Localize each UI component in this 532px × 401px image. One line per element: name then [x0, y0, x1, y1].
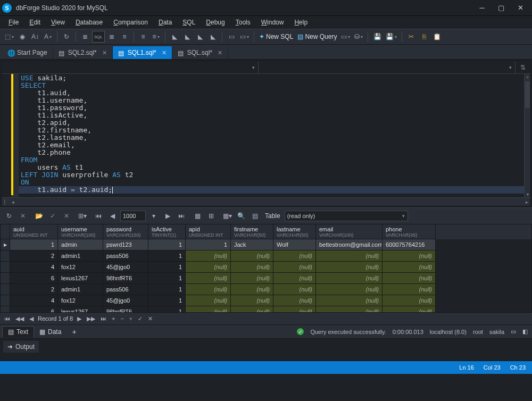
nav-cancel-icon[interactable]: ✕	[147, 315, 154, 322]
status-panel-icon[interactable]: ▭	[511, 328, 516, 335]
cell[interactable]: 98hnfRT6	[103, 306, 148, 312]
nav-prev-icon[interactable]: ◀	[28, 315, 35, 322]
menu-edit[interactable]: Edit	[25, 18, 45, 27]
code-line[interactable]: t1.isActive,	[21, 112, 522, 119]
row-handle[interactable]	[1, 295, 10, 306]
cell[interactable]: 2	[10, 250, 58, 262]
cell[interactable]: (null)	[273, 284, 316, 295]
column-phone[interactable]: phoneVARCHAR(45)	[383, 224, 436, 239]
cell[interactable]: (null)	[186, 250, 231, 262]
page-size-input[interactable]	[120, 211, 146, 221]
table-row[interactable]: 4fox1245@jgo01(null)(null)(null)(null)(n…	[1, 295, 531, 306]
cell[interactable]: (null)	[231, 250, 273, 262]
folder-icon[interactable]: ▭▾	[339, 31, 352, 43]
cell[interactable]: 1	[148, 284, 186, 295]
cell[interactable]: 1	[148, 239, 186, 250]
breakpoint-margin[interactable]	[2, 74, 11, 197]
nav-prev-page-icon[interactable]: ◀◀	[14, 315, 25, 322]
grid-options-icon[interactable]: ⊞▾	[77, 210, 88, 222]
nav-last-icon[interactable]: ⏭	[99, 315, 107, 322]
menu-comparison[interactable]: Comparison	[109, 18, 152, 27]
cell[interactable]: (null)	[186, 273, 231, 284]
row-handle[interactable]	[1, 306, 10, 312]
db-icon[interactable]: ⛁▾	[353, 31, 364, 43]
cell[interactable]: 45@jgo0	[103, 262, 148, 273]
cell[interactable]: (null)	[383, 250, 436, 262]
save-icon[interactable]: 💾	[371, 31, 383, 43]
tab-sql1sql[interactable]: ▤SQL1.sql*✕	[113, 46, 172, 59]
scroll-right-icon[interactable]: ▸	[523, 198, 530, 206]
menu-data[interactable]: Data	[154, 18, 176, 27]
cell[interactable]: (null)	[186, 262, 231, 273]
output-tab[interactable]: ➜Output	[3, 341, 39, 353]
indent-icon[interactable]: ≣	[79, 31, 91, 43]
cell[interactable]: Jack	[231, 239, 273, 250]
first-page-icon[interactable]: ⏮	[93, 210, 104, 222]
nav-first-icon[interactable]: ⏮	[3, 315, 11, 322]
cell[interactable]: 1	[148, 295, 186, 306]
outdent-icon[interactable]: ≣	[106, 31, 118, 43]
cancel-icon[interactable]: ✕	[17, 210, 29, 222]
mode-select[interactable]: (read only)	[285, 211, 408, 221]
menu-debug[interactable]: Debug	[202, 18, 229, 27]
font-color-icon[interactable]: A▾	[42, 31, 54, 43]
close-tab-icon[interactable]: ✕	[218, 49, 222, 56]
close-window-button[interactable]: ✕	[511, 3, 530, 13]
tab-sql2sql[interactable]: ▤SQL2.sql*✕	[53, 46, 113, 59]
cell[interactable]: admin1	[58, 284, 103, 295]
cell[interactable]: 6	[10, 273, 58, 284]
scrollbar-thumb[interactable]	[525, 81, 530, 108]
bookmark-icon[interactable]: ◣	[169, 31, 180, 43]
row-handle[interactable]	[1, 284, 10, 295]
cell[interactable]: 1	[186, 239, 231, 250]
code-line[interactable]: USE sakila;	[21, 74, 522, 82]
nav-add-icon[interactable]: +	[111, 315, 116, 322]
table-row[interactable]: 6lexus126798hnfRT61(null)(null)(null)(nu…	[1, 306, 531, 312]
scroll-up-icon[interactable]: ≡	[525, 74, 530, 80]
scroll-left-icon[interactable]: ◂	[9, 198, 16, 206]
table-row[interactable]: 6lexus126798hnfRT61(null)(null)(null)(nu…	[1, 273, 531, 284]
close-tab-icon[interactable]: ✕	[162, 49, 167, 56]
cell[interactable]: (null)	[383, 295, 436, 306]
cell[interactable]: 1	[148, 262, 186, 273]
vertical-scrollbar[interactable]: ≡ ▾	[524, 74, 530, 197]
comment-icon[interactable]: ≡	[137, 31, 149, 43]
prev-page-icon[interactable]: ◀	[106, 210, 118, 222]
cell[interactable]: pswrd123	[103, 239, 148, 250]
cell[interactable]: (null)	[231, 295, 273, 306]
new-query-button[interactable]: ▤New Query	[296, 31, 338, 43]
cell[interactable]: (null)	[231, 284, 273, 295]
cell[interactable]: bettestroom@gmail.com	[316, 239, 383, 250]
cell[interactable]: fox12	[58, 295, 103, 306]
horizontal-scrollbar[interactable]: ⡇ ◂ ▸	[2, 197, 530, 206]
cell[interactable]: (null)	[186, 295, 231, 306]
cell[interactable]: (null)	[186, 306, 231, 312]
cut-icon[interactable]: ✂	[405, 31, 417, 43]
scroll-down-icon[interactable]: ▾	[525, 191, 530, 197]
cell[interactable]: lexus1267	[58, 306, 103, 312]
column-username[interactable]: usernameVARCHAR(100)	[58, 224, 103, 239]
refresh-results-icon[interactable]: ↻	[3, 210, 15, 222]
nav-next-page-icon[interactable]: ▶▶	[86, 315, 96, 322]
column-isActive[interactable]: isActiveTINYINT(1)	[148, 224, 186, 239]
cell[interactable]: 45@jgo0	[103, 295, 148, 306]
apply-icon[interactable]: ✓	[47, 210, 59, 222]
camera-icon[interactable]: ◉	[16, 31, 28, 43]
fold-gutter[interactable]	[11, 74, 19, 197]
code-line[interactable]: t2.email,	[21, 141, 522, 149]
row-handle[interactable]	[1, 262, 10, 273]
code-line[interactable]: t1.auid,	[21, 89, 522, 97]
nav-commit-icon[interactable]: ✓	[137, 315, 144, 322]
editor-breadcrumb-left[interactable]: ▾	[2, 61, 259, 73]
cell[interactable]: Wolf	[273, 239, 316, 250]
cell[interactable]: 1	[10, 239, 58, 250]
cell[interactable]: (null)	[383, 262, 436, 273]
cell[interactable]: 2	[10, 284, 58, 295]
code-line[interactable]: t1.password,	[21, 104, 522, 112]
window-icon[interactable]: ▭	[226, 31, 237, 43]
cell[interactable]: (null)	[383, 306, 436, 312]
menu-sql[interactable]: SQL	[178, 18, 200, 27]
tab-startpage[interactable]: 🌐Start Page	[2, 46, 53, 59]
grid-body[interactable]: 1adminpswrd12311JackWolfbettestroom@gmai…	[1, 239, 531, 312]
cell[interactable]: 1	[148, 306, 186, 312]
